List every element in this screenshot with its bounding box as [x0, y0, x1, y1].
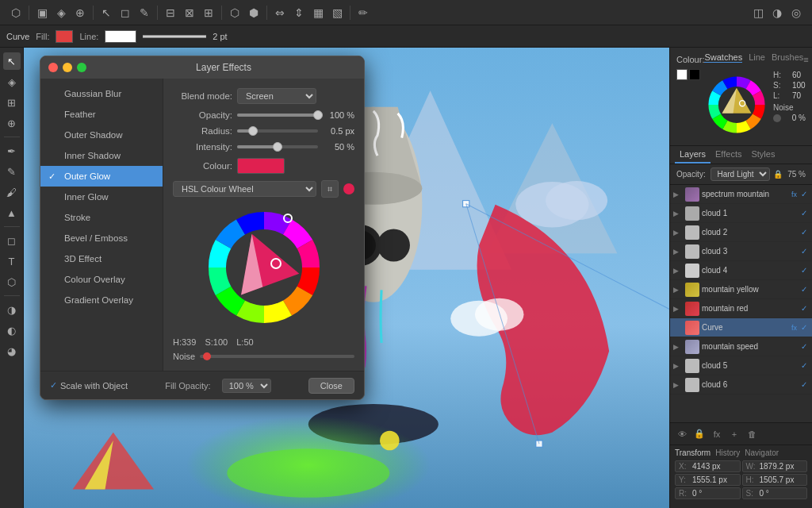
- layer-visibility[interactable]: ✓: [799, 266, 809, 275]
- noise-slider[interactable]: [200, 355, 354, 358]
- layer-cloud-1[interactable]: ▶ cloud 1 ✓: [670, 204, 812, 223]
- layer-curve[interactable]: Curve fx ✓: [670, 318, 812, 337]
- eyedropper-btn[interactable]: ⌗: [321, 180, 339, 198]
- move-tool-icon[interactable]: ↖: [98, 5, 114, 21]
- brushes-tab[interactable]: Brushes: [772, 52, 803, 63]
- fill-opacity-select[interactable]: 100 % 75 % 50 %: [222, 379, 271, 393]
- shape-tool[interactable]: ◻: [3, 232, 21, 249]
- node-tool[interactable]: ◈: [3, 73, 21, 90]
- styles-tab[interactable]: Styles: [746, 146, 779, 164]
- intensity-slider[interactable]: [237, 145, 318, 148]
- layer-mountain-speed[interactable]: ▶ mountain speed ✓: [670, 337, 812, 356]
- layer-visibility[interactable]: ✓: [799, 209, 809, 217]
- layer-mountain-yellow[interactable]: ▶ mountain yellow ✓: [670, 280, 812, 299]
- color-wheel-svg-container[interactable]: [173, 204, 354, 331]
- crop-tool[interactable]: ⊞: [3, 94, 21, 111]
- color-dot-btn[interactable]: [343, 183, 354, 194]
- scale-with-object-checkbox[interactable]: ✓ Scale with Object: [50, 380, 128, 391]
- effect-inner-shadow[interactable]: Inner Shadow: [40, 145, 163, 166]
- select-icon[interactable]: ◻: [117, 5, 133, 21]
- zoom-icon[interactable]: ⊕: [72, 5, 88, 21]
- group-icon[interactable]: ⬢: [246, 5, 262, 21]
- lock-layer-btn[interactable]: 🔒: [692, 427, 707, 441]
- layers-tab[interactable]: Layers: [675, 146, 710, 164]
- pen-tool[interactable]: ✒: [3, 142, 21, 160]
- effect-gradient-overlay[interactable]: Gradient Overlay: [40, 290, 163, 310]
- noise-thumb[interactable]: [203, 352, 211, 360]
- view-icon[interactable]: ◫: [750, 5, 766, 21]
- gradient-tool[interactable]: ◑: [3, 301, 21, 318]
- effect-3d[interactable]: 3D Effect: [40, 248, 163, 269]
- snap-icon[interactable]: ▧: [329, 5, 345, 21]
- effect-colour-overlay[interactable]: Colour Overlay: [40, 269, 163, 290]
- colour-panel-menu[interactable]: ≡: [803, 55, 808, 64]
- effects-tab[interactable]: Effects: [710, 146, 746, 164]
- colour-swatch[interactable]: [237, 158, 285, 174]
- layer-cloud-6[interactable]: ▶ cloud 6 ✓: [670, 375, 812, 394]
- layer-visibility[interactable]: ✓: [799, 361, 809, 370]
- layer-visibility[interactable]: ✓: [799, 228, 809, 237]
- layer-spectrum-mountain[interactable]: ▶ spectrum mountain fx ✓: [670, 185, 812, 204]
- layer-visibility[interactable]: ✓: [799, 285, 809, 294]
- layer-cloud-4[interactable]: ▶ cloud 4 ✓: [670, 261, 812, 280]
- layer-cloud-5[interactable]: ▶ cloud 5 ✓: [670, 356, 812, 375]
- effect-bevel-emboss[interactable]: Bevel / Emboss: [40, 228, 163, 248]
- x-field[interactable]: X: 4143 px: [675, 460, 741, 472]
- transform-icon[interactable]: ⬡: [227, 5, 243, 21]
- y-field[interactable]: Y: 1555.1 px: [675, 474, 741, 486]
- blend-mode-select[interactable]: Screen Normal Multiply: [237, 88, 316, 104]
- swatches-tab[interactable]: Swatches: [704, 52, 742, 63]
- help-icon[interactable]: ◎: [788, 5, 804, 21]
- align-right-icon[interactable]: ⊞: [201, 5, 216, 21]
- new-icon[interactable]: ▣: [34, 5, 50, 21]
- open-icon[interactable]: ◈: [53, 5, 69, 21]
- mini-colour-wheel[interactable]: [705, 69, 768, 140]
- delete-layer-btn[interactable]: 🗑: [745, 427, 759, 441]
- s-field[interactable]: S: 0 °: [742, 487, 808, 499]
- fill-tool[interactable]: ▲: [3, 204, 21, 221]
- add-layer-btn[interactable]: +: [727, 427, 741, 441]
- text-tool[interactable]: T: [3, 252, 21, 270]
- radius-slider[interactable]: [237, 129, 318, 133]
- brush-tool[interactable]: 🖌: [3, 183, 21, 201]
- history-tab[interactable]: History: [715, 448, 740, 457]
- pen-icon[interactable]: ✎: [136, 5, 152, 21]
- r-field[interactable]: R: 0 °: [675, 487, 741, 499]
- layer-visibility[interactable]: ✓: [799, 323, 809, 332]
- brush-icon[interactable]: ✏: [355, 5, 371, 21]
- minimize-dot[interactable]: [63, 63, 72, 72]
- pencil-tool[interactable]: ✎: [3, 163, 21, 180]
- effect-outer-shadow[interactable]: Outer Shadow: [40, 125, 163, 145]
- blend-mode-dropdown[interactable]: Hard Light Normal Screen Multiply: [710, 167, 770, 181]
- layer-visibility[interactable]: ✓: [799, 342, 809, 351]
- white-swatch[interactable]: [676, 69, 688, 80]
- share-icon[interactable]: ◑: [769, 5, 785, 21]
- color-wheel-svg[interactable]: [201, 204, 327, 331]
- line-swatch[interactable]: [105, 30, 136, 43]
- layer-cloud-3[interactable]: ▶ cloud 3 ✓: [670, 242, 812, 261]
- add-fx-btn[interactable]: fx: [710, 427, 724, 441]
- fill-swatch[interactable]: [56, 30, 73, 43]
- arrange-icon[interactable]: ▦: [310, 5, 326, 21]
- effect-stroke[interactable]: Stroke: [40, 207, 163, 228]
- maximize-dot[interactable]: [77, 63, 86, 72]
- navigator-tab[interactable]: Navigator: [745, 448, 779, 457]
- close-dot[interactable]: [48, 63, 58, 72]
- w-field[interactable]: W: 1879.2 px: [742, 460, 808, 472]
- layer-visibility[interactable]: ✓: [799, 247, 809, 256]
- visibility-toggle-btn[interactable]: 👁: [675, 427, 689, 441]
- shadow-tool[interactable]: ◕: [3, 342, 21, 360]
- opacity-slider[interactable]: [237, 114, 318, 117]
- app-logo-icon[interactable]: ⬡: [8, 5, 24, 21]
- h-field[interactable]: H: 1505.7 px: [742, 474, 808, 486]
- effect-inner-glow[interactable]: Inner Glow: [40, 187, 163, 207]
- black-swatch[interactable]: [689, 69, 700, 80]
- component-tool[interactable]: ⬡: [3, 273, 21, 291]
- layer-cloud-2[interactable]: ▶ cloud 2 ✓: [670, 223, 812, 242]
- close-button[interactable]: Close: [308, 378, 354, 394]
- flip-h-icon[interactable]: ⇔: [272, 5, 288, 21]
- line-tab[interactable]: Line: [749, 52, 765, 63]
- layer-visibility[interactable]: ✓: [799, 304, 809, 313]
- pointer-tool[interactable]: ↖: [3, 52, 21, 70]
- transform-tab[interactable]: Transform: [675, 448, 710, 457]
